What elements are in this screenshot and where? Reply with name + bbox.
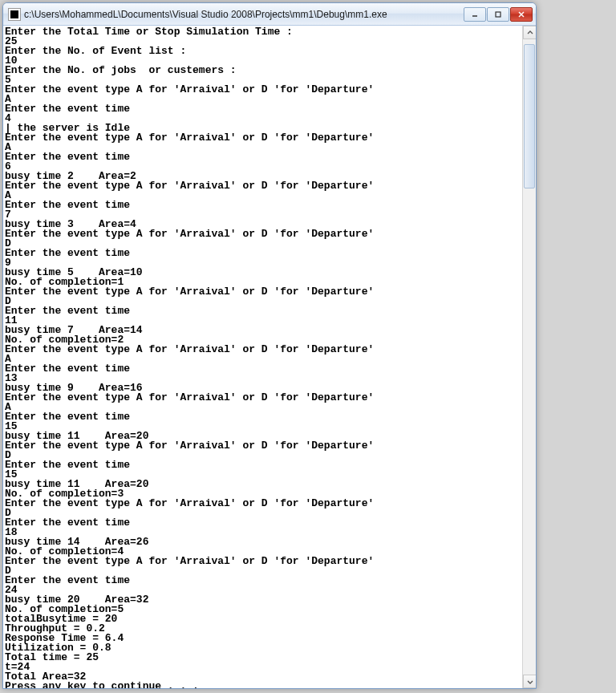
svg-rect-1: [496, 12, 500, 17]
chevron-down-icon: [527, 679, 533, 685]
console-line: Enter the event type A for 'Arraival' or…: [5, 499, 522, 509]
console-line: Enter the event type A for 'Arraival' or…: [5, 85, 522, 95]
app-icon: [8, 8, 21, 21]
console-line: Enter the event time: [5, 518, 522, 528]
console-line: Enter the event time: [5, 249, 522, 258]
scroll-track[interactable]: [523, 39, 536, 675]
console-line: Enter the event type A for 'Arraival' or…: [5, 393, 522, 403]
console-line: Enter the event time: [5, 460, 522, 470]
maximize-icon: [494, 10, 502, 18]
scroll-thumb[interactable]: [524, 44, 535, 188]
console-line: Enter the No. of Event list :: [5, 47, 522, 56]
console-line: Enter the event time: [5, 306, 522, 316]
console-line: Enter the event type A for 'Arraival' or…: [5, 345, 522, 355]
console-line: Enter the event time: [5, 412, 522, 422]
console-line: Enter the event type A for 'Arraival' or…: [5, 181, 522, 191]
close-button[interactable]: [510, 7, 533, 22]
window-title: c:\Users\MohammedL\Documents\Visual Stud…: [24, 9, 463, 20]
console-area: Enter the Total Time or Stop Simulation …: [3, 26, 536, 688]
titlebar[interactable]: c:\Users\MohammedL\Documents\Visual Stud…: [3, 3, 536, 26]
console-line: Enter the event time: [5, 152, 522, 162]
window-controls: [463, 7, 533, 22]
minimize-icon: [471, 10, 479, 18]
scroll-up-button[interactable]: [523, 26, 536, 39]
minimize-button[interactable]: [464, 7, 486, 22]
console-line: Total time = 25: [5, 653, 522, 663]
console-line: Enter the event type A for 'Arraival' or…: [5, 133, 522, 143]
console-line: Enter the No. of jobs or custemers :: [5, 66, 522, 75]
console-line: Enter the event time: [5, 576, 522, 586]
console-output[interactable]: Enter the Total Time or Stop Simulation …: [3, 26, 522, 688]
console-line: Enter the event type A for 'Arraival' or…: [5, 441, 522, 451]
chevron-up-icon: [527, 30, 533, 36]
console-window: c:\Users\MohammedL\Documents\Visual Stud…: [2, 2, 537, 689]
console-line: Enter the event type A for 'Arraival' or…: [5, 287, 522, 297]
console-line: Enter the event time: [5, 201, 522, 210]
console-line: Press any key to continue . . .: [5, 682, 522, 688]
console-line: Enter the event type A for 'Arraival' or…: [5, 229, 522, 239]
console-line: Enter the event time: [5, 104, 522, 114]
console-line: Enter the Total Time or Stop Simulation …: [5, 27, 522, 37]
console-line: Enter the event type A for 'Arraival' or…: [5, 557, 522, 566]
scroll-down-button[interactable]: [523, 675, 536, 688]
close-icon: [517, 10, 525, 18]
console-line: Enter the event time: [5, 364, 522, 374]
maximize-button[interactable]: [487, 7, 509, 22]
vertical-scrollbar[interactable]: [522, 26, 536, 688]
